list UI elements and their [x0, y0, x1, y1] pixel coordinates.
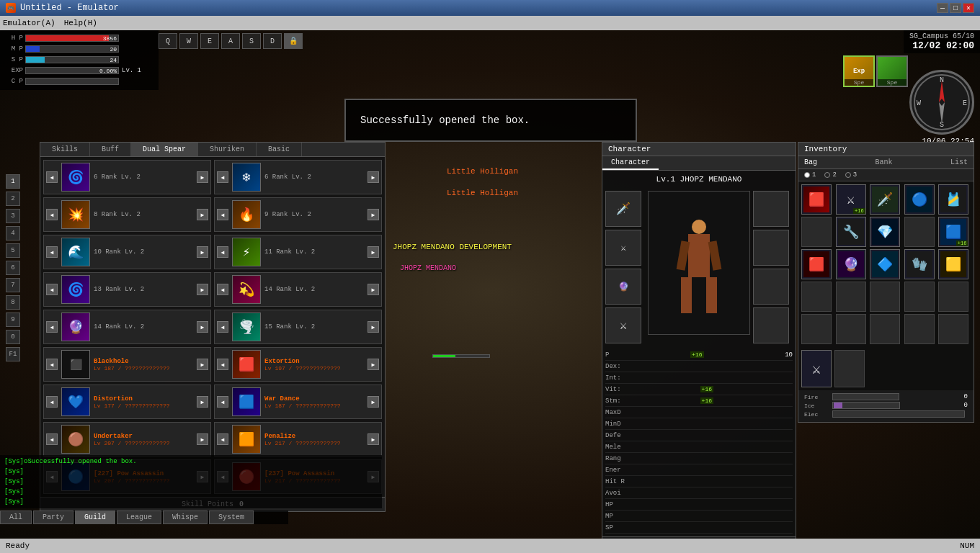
- inv-slot-9[interactable]: 🟦 +16: [938, 217, 968, 247]
- inv-slot-1[interactable]: ⚔️ +16: [836, 184, 866, 215]
- menu-help[interactable]: Help(H): [64, 19, 97, 27]
- inv-radio-3[interactable]: 3: [845, 171, 857, 179]
- weapon-slot-main[interactable]: ⚔️: [801, 350, 832, 387]
- skill-left-arrow-6[interactable]: ◀: [46, 284, 58, 295]
- left-btn-9[interactable]: 9: [6, 313, 20, 327]
- inv-slot-17[interactable]: [870, 282, 900, 312]
- inv-slot-23[interactable]: [904, 314, 935, 344]
- inv-slot-7[interactable]: 💎: [870, 217, 900, 247]
- left-btn-7[interactable]: 7: [6, 278, 20, 292]
- tab-skills[interactable]: Skills: [40, 143, 90, 156]
- skill-left-arrow-9[interactable]: ◀: [217, 321, 228, 333]
- skill-right-arrow-2[interactable]: ▶: [197, 209, 208, 220]
- inv-slot-8[interactable]: [904, 217, 935, 247]
- key-s[interactable]: S: [242, 33, 261, 49]
- inv-tab-bank[interactable]: Bank: [875, 158, 892, 166]
- skill-right-arrow-bh[interactable]: ▶: [197, 359, 208, 370]
- key-a[interactable]: A: [221, 33, 240, 49]
- skill-left-arrow-4[interactable]: ◀: [46, 246, 58, 258]
- inv-slot-14[interactable]: 🟨: [938, 249, 968, 279]
- key-q[interactable]: Q: [159, 33, 177, 49]
- left-btn-0[interactable]: 0: [6, 330, 20, 344]
- inv-slot-0[interactable]: 🟥: [801, 184, 832, 215]
- left-btn-1[interactable]: 1: [6, 174, 20, 189]
- skill-right-arrow-6[interactable]: ▶: [197, 284, 208, 295]
- skill-right-arrow-wd[interactable]: ▶: [368, 396, 379, 408]
- tab-dual-spear[interactable]: Dual Spear: [131, 143, 198, 156]
- char-tab-character[interactable]: Character: [602, 156, 659, 170]
- skill-quick-btn-spe[interactable]: Spe: [876, 55, 908, 87]
- skill-right-arrow-8[interactable]: ▶: [197, 321, 208, 333]
- inv-slot-16[interactable]: [836, 282, 866, 312]
- left-btn-2[interactable]: 2: [6, 192, 20, 206]
- key-w[interactable]: W: [179, 33, 198, 49]
- key-d[interactable]: D: [263, 33, 282, 49]
- inv-radio-1[interactable]: 1: [804, 171, 816, 179]
- inv-slot-12[interactable]: 🔷: [870, 249, 900, 279]
- tab-buff[interactable]: Buff: [90, 143, 131, 156]
- inv-slot-19[interactable]: [938, 282, 968, 312]
- left-btn-8[interactable]: 8: [6, 295, 20, 310]
- skill-right-arrow-7[interactable]: ▶: [368, 284, 379, 295]
- skill-left-arrow-bh[interactable]: ◀: [46, 359, 58, 370]
- left-btn-6[interactable]: 6: [6, 261, 20, 275]
- tab-basic[interactable]: Basic: [257, 143, 302, 156]
- skill-right-arrow-di[interactable]: ▶: [197, 396, 208, 408]
- inv-tab-list[interactable]: List: [950, 158, 968, 166]
- skill-right-arrow-ut[interactable]: ▶: [197, 433, 208, 445]
- inv-slot-4[interactable]: 🎽: [938, 184, 968, 215]
- left-btn-5[interactable]: 5: [6, 243, 20, 258]
- close-button[interactable]: ✕: [963, 3, 974, 13]
- tab-shuriken[interactable]: Shuriken: [198, 143, 257, 156]
- chat-tab-league[interactable]: League: [117, 511, 161, 524]
- skill-left-arrow-di[interactable]: ◀: [46, 396, 58, 408]
- maximize-button[interactable]: □: [950, 3, 961, 13]
- inv-slot-6[interactable]: 🔧: [836, 217, 866, 247]
- inv-slot-18[interactable]: [904, 282, 935, 312]
- chat-tab-all[interactable]: All: [0, 511, 32, 524]
- inv-slot-11[interactable]: 🔮: [836, 249, 866, 279]
- skill-left-arrow-5[interactable]: ◀: [217, 246, 228, 258]
- minimize-button[interactable]: —: [937, 3, 948, 13]
- skill-right-arrow-1[interactable]: ▶: [368, 171, 379, 183]
- left-btn-4[interactable]: 4: [6, 226, 20, 240]
- skill-left-arrow-wd[interactable]: ◀: [217, 396, 228, 408]
- inv-slot-15[interactable]: [801, 282, 832, 312]
- key-e[interactable]: E: [200, 33, 219, 49]
- inv-slot-20[interactable]: [801, 314, 832, 344]
- weapon-slot-offhand[interactable]: [834, 350, 865, 387]
- skill-right-arrow-4[interactable]: ▶: [197, 246, 208, 258]
- left-btn-3[interactable]: 3: [6, 209, 20, 223]
- lock-key[interactable]: 🔒: [284, 33, 303, 49]
- inv-radio-2[interactable]: 2: [824, 171, 836, 179]
- skill-right-arrow-ex[interactable]: ▶: [368, 359, 379, 370]
- skill-right-arrow-5[interactable]: ▶: [368, 246, 379, 258]
- skill-left-arrow-pe[interactable]: ◀: [217, 433, 228, 445]
- inv-slot-2[interactable]: 🗡️: [870, 184, 900, 215]
- inv-tab-bag[interactable]: Bag: [804, 158, 817, 166]
- inv-slot-3[interactable]: 🔵: [904, 184, 935, 215]
- skill-right-arrow-pe[interactable]: ▶: [368, 433, 379, 445]
- skill-left-arrow-3[interactable]: ◀: [217, 209, 228, 220]
- chat-tab-system[interactable]: System: [209, 511, 254, 524]
- inv-slot-13[interactable]: 🧤: [904, 249, 935, 279]
- skill-left-arrow-ut[interactable]: ◀: [46, 433, 58, 445]
- skill-left-arrow-8[interactable]: ◀: [46, 321, 58, 333]
- chat-tab-party[interactable]: Party: [33, 511, 74, 524]
- inv-slot-10[interactable]: 🟥: [801, 249, 832, 279]
- skill-quick-btn-exp[interactable]: Exp Spe: [843, 55, 875, 87]
- inv-slot-5[interactable]: [801, 217, 832, 247]
- skill-left-arrow-ex[interactable]: ◀: [217, 359, 228, 370]
- inv-slot-22[interactable]: [870, 314, 900, 344]
- skill-right-arrow-3[interactable]: ▶: [368, 209, 379, 220]
- inv-slot-24[interactable]: [938, 314, 968, 344]
- skill-left-arrow-1[interactable]: ◀: [217, 171, 228, 183]
- skill-right-arrow-9[interactable]: ▶: [368, 321, 379, 333]
- skill-left-arrow-0[interactable]: ◀: [46, 171, 58, 183]
- skill-left-arrow-2[interactable]: ◀: [46, 209, 58, 220]
- left-btn-f1[interactable]: F1: [6, 347, 20, 361]
- skill-left-arrow-7[interactable]: ◀: [217, 284, 228, 295]
- inv-slot-21[interactable]: [836, 314, 866, 344]
- chat-tab-whispe[interactable]: Whispe: [163, 511, 208, 524]
- menu-emulator[interactable]: Emulator(A): [3, 19, 55, 27]
